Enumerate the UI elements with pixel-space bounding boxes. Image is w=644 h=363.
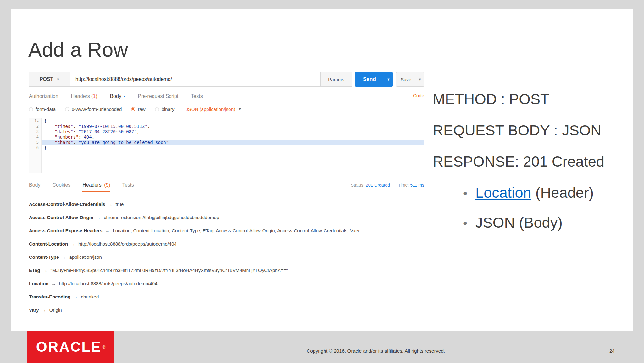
response-header-row: Vary→Origin (29, 308, 424, 313)
radio-icon (155, 107, 159, 111)
tab-count-badge: (9) (103, 182, 110, 188)
editor-line-code: "numbers": 404, (42, 134, 424, 140)
oracle-logo-text: ORACLE (36, 339, 102, 355)
editor-line-number: 2 (29, 124, 42, 129)
header-value: application/json (69, 254, 102, 260)
page-number: 24 (609, 348, 615, 354)
editor-line-number: 3 (29, 129, 42, 134)
body-content-type-select[interactable]: JSON (application/json) ▼ (186, 106, 241, 112)
arrow-right-icon: → (108, 201, 113, 207)
header-value: Origin (49, 307, 62, 313)
registered-mark-icon: ® (103, 345, 106, 349)
arrow-right-icon: → (73, 294, 78, 299)
body-type-label: raw (138, 106, 145, 112)
request-tab-headers[interactable]: Headers(1) (71, 94, 97, 99)
header-value: "MJuy+mFBkrry58Sp01cn4r9Yb3HIfIT72mL0RH9… (51, 268, 288, 273)
postman-app: POST ▼ Params Send ▼ Save ▼ Authorizatio… (29, 72, 424, 321)
editor-line-code: "dates": "2017-04-28T20:50:08Z", (42, 129, 424, 134)
tab-label: Pre-request Script (138, 94, 178, 99)
request-tab-tests[interactable]: Tests (191, 94, 203, 99)
bullet-text: Location (Header) (475, 184, 594, 201)
tab-label: Tests (122, 182, 134, 188)
response-tab-tests[interactable]: Tests (122, 182, 134, 192)
editor-line-5[interactable]: 5 "chars": "you are going to be deleted … (29, 140, 424, 145)
response-tab-headers[interactable]: Headers (9) (82, 182, 110, 192)
body-type-form-data[interactable]: form-data (29, 106, 56, 112)
body-type-label: binary (162, 106, 175, 112)
url-input[interactable] (70, 72, 321, 87)
bullet-text: JSON (Body) (475, 214, 563, 231)
editor-line-1[interactable]: 1▼{ (29, 118, 424, 124)
request-url-bar: POST ▼ Params Send ▼ Save ▼ (29, 72, 424, 87)
request-tab-body[interactable]: Body● (110, 94, 125, 99)
method-select[interactable]: POST ▼ (29, 72, 70, 87)
arrow-right-icon: → (42, 307, 46, 313)
status-label: Status: (351, 183, 365, 188)
note-bullet-item: •JSON (Body) (433, 214, 629, 231)
location-link[interactable]: Location (475, 184, 531, 201)
body-type-raw[interactable]: raw (131, 106, 145, 112)
note-text: (Header) (531, 184, 594, 201)
request-body-editor[interactable]: 1▼{2 "times": "1999-07-10T15:00:00.511Z"… (29, 118, 424, 173)
editor-line-number: 4 (29, 134, 42, 140)
radio-icon (65, 107, 69, 111)
fold-arrow-icon[interactable]: ▼ (37, 120, 39, 123)
header-value: Location, Content-Location, Content-Type… (113, 228, 359, 233)
response-header-row: Transfer-Encoding→chunked (29, 294, 424, 299)
send-button[interactable]: Send (355, 72, 384, 87)
page-background: Add a Row POST ▼ Params Send ▼ Save ▼ (0, 0, 644, 363)
chevron-down-icon: ▼ (238, 107, 242, 111)
note-bullet-list: •Location (Header)•JSON (Body) (433, 184, 629, 231)
send-dropdown-icon[interactable]: ▼ (384, 72, 393, 87)
response-tabs: BodyCookiesHeaders (9)Tests Status: 201 … (29, 182, 424, 192)
response-header-row: Access-Control-Allow-Origin→chrome-exten… (29, 215, 424, 220)
save-button-group: Save ▼ (396, 72, 424, 87)
response-header-row: Access-Control-Allow-Credentials→true (29, 202, 424, 207)
arrow-right-icon: → (105, 228, 109, 233)
tab-label: Body (110, 94, 121, 99)
header-name: Access-Control-Expose-Headers (29, 228, 102, 233)
code-link[interactable]: Code (413, 93, 424, 98)
tab-label: Headers (71, 94, 90, 99)
header-name: Vary (29, 307, 39, 313)
tab-label: Cookies (52, 182, 70, 188)
tab-label: Authorization (29, 94, 58, 99)
slide: Add a Row POST ▼ Params Send ▼ Save ▼ (11, 9, 633, 331)
body-type-x-www-form-urlencoded[interactable]: x-www-form-urlencoded (65, 106, 122, 112)
radio-icon (29, 107, 33, 111)
header-value: true (116, 201, 124, 207)
header-value: http://localhost:8888/ords/peeps/autodem… (59, 281, 158, 286)
editor-line-3[interactable]: 3 "dates": "2017-04-28T20:50:08Z", (29, 129, 424, 134)
params-button[interactable]: Params (321, 72, 352, 87)
response-header-row: Content-Location→http://localhost:8888/o… (29, 241, 424, 247)
editor-line-6[interactable]: 6} (29, 145, 424, 150)
editor-line-code: { (42, 118, 424, 124)
editor-line-2[interactable]: 2 "times": "1999-07-10T15:00:00.511Z", (29, 124, 424, 129)
body-type-binary[interactable]: binary (155, 106, 175, 112)
arrow-right-icon: → (96, 215, 101, 220)
tab-label: Tests (191, 94, 203, 99)
header-name: Location (29, 281, 49, 286)
bullet-icon: • (463, 186, 467, 201)
send-button-group: Send ▼ (355, 72, 393, 87)
time-value: 511 ms (410, 183, 424, 188)
response-header-row: Content-Type→application/json (29, 255, 424, 260)
editor-line-4[interactable]: 4 "numbers": 404, (29, 134, 424, 140)
request-tab-pre-request-script[interactable]: Pre-request Script (138, 94, 178, 99)
request-tab-authorization[interactable]: Authorization (29, 94, 58, 99)
note-bullet-item: •Location (Header) (433, 184, 629, 201)
save-button[interactable]: Save (396, 72, 416, 86)
tab-count-badge: (1) (91, 94, 97, 99)
slide-notes: METHOD : POST REQUEST BODY : JSON RESPON… (433, 90, 629, 244)
note-method: METHOD : POST (433, 90, 629, 108)
response-tab-cookies[interactable]: Cookies (52, 182, 70, 192)
save-dropdown-icon[interactable]: ▼ (416, 72, 424, 86)
editor-line-code: } (42, 145, 424, 150)
oracle-logo: ORACLE® (27, 331, 114, 363)
request-tabs-list: AuthorizationHeaders(1)Body●Pre-request … (29, 94, 203, 99)
editor-line-number: 1▼ (29, 118, 42, 124)
response-tab-body[interactable]: Body (29, 182, 40, 192)
editor-line-number: 6 (29, 145, 42, 150)
header-name: Content-Location (29, 241, 68, 247)
tab-label: Headers (82, 182, 101, 188)
